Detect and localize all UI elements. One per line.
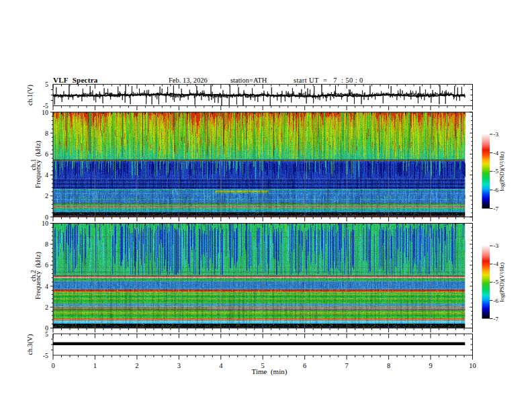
svg-text:ch.1(V): ch.1(V) [26, 85, 34, 105]
svg-text:Frequency (kHz): Frequency (kHz) [34, 141, 42, 189]
svg-text:8: 8 [45, 240, 48, 248]
svg-text:6: 6 [45, 150, 48, 158]
svg-text:5: 5 [45, 81, 48, 88]
svg-text:-5: -5 [43, 352, 48, 359]
svg-text:6: 6 [45, 261, 48, 269]
svg-text:Time (min): Time (min) [252, 367, 287, 376]
svg-text:log(PSD)(V²/Hz): log(PSD)(V²/Hz) [498, 263, 505, 302]
svg-text:station=ATH: station=ATH [230, 77, 267, 84]
svg-text:Frequency (kHz): Frequency (kHz) [34, 252, 42, 300]
svg-text:10: 10 [42, 109, 48, 116]
svg-text:Feb. 13, 2026: Feb. 13, 2026 [169, 77, 208, 84]
svg-text:10: 10 [469, 362, 476, 369]
svg-text:9: 9 [429, 362, 432, 369]
svg-text:4: 4 [219, 362, 223, 369]
svg-text:-3: -3 [494, 242, 499, 249]
svg-text:0: 0 [51, 362, 54, 369]
svg-text:VLF Spectra: VLF Spectra [53, 76, 98, 84]
svg-text:1: 1 [93, 362, 97, 369]
svg-text:3: 3 [177, 362, 181, 369]
svg-text:10: 10 [42, 220, 48, 227]
svg-text:-7: -7 [494, 205, 499, 212]
svg-text:log(PSD)(V²/Hz): log(PSD)(V²/Hz) [498, 152, 505, 191]
svg-text:-7: -7 [494, 316, 499, 322]
svg-text:2: 2 [135, 362, 138, 369]
svg-text:8: 8 [45, 130, 48, 137]
svg-text:-3: -3 [494, 131, 499, 138]
svg-text:5: 5 [45, 330, 48, 338]
svg-text:ch.3(V): ch.3(V) [26, 334, 34, 355]
svg-text:2: 2 [45, 304, 48, 311]
svg-text:6: 6 [303, 362, 306, 369]
svg-text:7: 7 [345, 362, 349, 369]
svg-text:4: 4 [45, 171, 48, 179]
svg-text:start UT = 7 : 50 : 0: start UT = 7 : 50 : 0 [294, 77, 363, 84]
svg-text:4: 4 [45, 283, 48, 290]
svg-text:2: 2 [45, 192, 48, 199]
svg-text:8: 8 [387, 362, 390, 369]
